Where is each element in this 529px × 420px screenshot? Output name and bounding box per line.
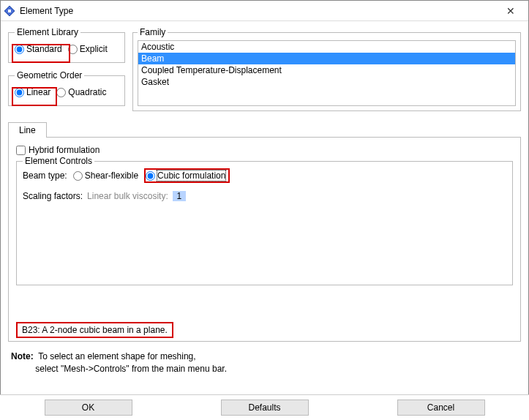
close-icon[interactable]: ✕: [496, 2, 525, 20]
note: Note: To select an element shape for mes…: [11, 350, 521, 375]
linear-bulk-value[interactable]: 1: [173, 191, 186, 201]
app-icon: [4, 5, 15, 17]
element-controls-group: Element Controls Beam type: Shear-flexib…: [16, 161, 513, 285]
radio-explicit[interactable]: Explicit: [68, 44, 108, 54]
note-line1: To select an element shape for meshing,: [38, 351, 195, 361]
element-controls-legend: Element Controls: [23, 156, 94, 166]
ok-button[interactable]: OK: [45, 400, 132, 416]
hybrid-checkbox[interactable]: [16, 146, 26, 155]
family-fieldset: Family AcousticBeamCoupled Temperature-D…: [132, 27, 521, 111]
element-library-fieldset: Element Library Standard Explicit: [8, 27, 125, 63]
tab-panel: Hybrid formulation Element Controls Beam…: [8, 137, 521, 342]
note-label: Note:: [11, 351, 34, 361]
geometric-order-legend: Geometric Order: [15, 70, 84, 80]
titlebar: Element Type ✕: [1, 1, 528, 21]
footer: OK Defaults Cancel: [0, 394, 529, 420]
family-legend: Family: [138, 27, 168, 37]
cancel-button[interactable]: Cancel: [397, 400, 485, 416]
radio-shear-flexible[interactable]: Shear-flexible: [73, 170, 138, 181]
linear-bulk-label: Linear bulk viscosity:: [87, 191, 168, 201]
element-description: B23: A 2-node cubic beam in a plane.: [16, 322, 173, 338]
titlebar-text: Element Type: [20, 6, 496, 16]
element-library-legend: Element Library: [15, 27, 80, 37]
geometric-order-fieldset: Geometric Order Linear Quadratic: [8, 70, 125, 106]
svg-rect-1: [8, 10, 11, 12]
radio-standard[interactable]: Standard: [15, 44, 62, 54]
family-item[interactable]: Acoustic: [138, 41, 515, 53]
radio-cubic-formulation[interactable]: Cubic formulation: [146, 170, 225, 181]
note-line2: select "Mesh->Controls" from the main me…: [35, 364, 227, 374]
tab-line[interactable]: Line: [8, 122, 47, 138]
family-item[interactable]: Gasket: [138, 76, 515, 88]
hybrid-label[interactable]: Hybrid formulation: [29, 145, 100, 155]
family-item[interactable]: Coupled Temperature-Displacement: [138, 64, 515, 76]
family-listbox[interactable]: AcousticBeamCoupled Temperature-Displace…: [138, 40, 516, 106]
radio-quadratic[interactable]: Quadratic: [56, 87, 106, 97]
radio-linear[interactable]: Linear: [15, 87, 50, 97]
family-item[interactable]: Beam: [138, 53, 515, 64]
scaling-factors-label: Scaling factors:: [23, 191, 83, 201]
defaults-button[interactable]: Defaults: [221, 400, 309, 416]
highlight-cubic: Cubic formulation: [144, 168, 230, 183]
beam-type-label: Beam type:: [23, 170, 67, 181]
